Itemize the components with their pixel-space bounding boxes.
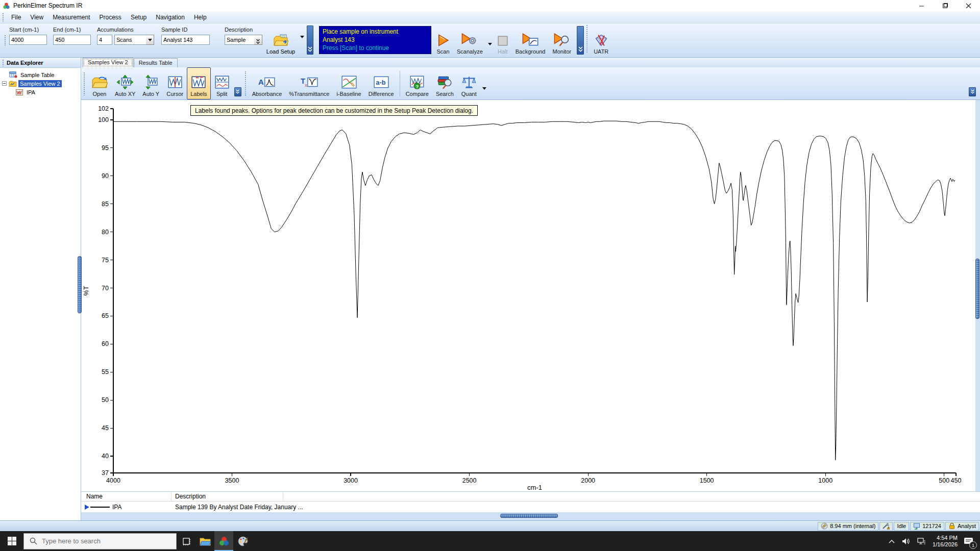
status-user: Analyst (945, 522, 979, 531)
tree-collapse-icon[interactable] (2, 81, 7, 86)
legend-row-ipa[interactable]: IPA Sample 139 By Analyst Date Friday, J… (81, 502, 980, 512)
maximize-button[interactable] (933, 0, 957, 11)
explorer-tree: Sample Table Samples View 2 IPA (0, 68, 81, 96)
end-field: End (cm-1) (53, 27, 91, 45)
tray-expand-button[interactable] (885, 531, 898, 551)
tree-item-samples-view-2[interactable]: Samples View 2 (2, 79, 81, 88)
status-bar: 8.94 mm (internal) Idle 121724 (0, 520, 980, 531)
split-button[interactable]: Split (211, 67, 233, 99)
scan-button[interactable]: Scan (433, 25, 453, 56)
menu-help[interactable]: Help (189, 12, 211, 23)
search-icon (30, 537, 37, 545)
menu-setup[interactable]: Setup (126, 12, 151, 23)
accumulations-field: Accumulations (97, 27, 154, 45)
difference-button[interactable]: a-b Difference (365, 67, 398, 99)
minimize-button[interactable] (910, 0, 933, 11)
scanalyze-dropdown[interactable] (488, 36, 492, 45)
svg-text:%T: %T (82, 286, 90, 296)
spectrum-app-icon (218, 536, 230, 547)
view-toolbar-overflow-chevron[interactable] (969, 87, 976, 96)
accumulations-label: Accumulations (97, 27, 154, 33)
taskbar-clock[interactable]: 4:54 PM 1/16/2026 (929, 535, 961, 548)
toolbar-grip (83, 72, 85, 95)
tree-item-ipa[interactable]: IPA (2, 88, 81, 96)
description-expand-button[interactable] (254, 35, 262, 45)
auto-xy-button[interactable]: Auto XY (111, 67, 139, 99)
toolbar-grip (4, 35, 6, 46)
spectrum-chart-area: 1021009590858075706560555045403740003500… (81, 100, 980, 491)
clock-time: 4:54 PM (933, 535, 958, 541)
tree-item-sample-table[interactable]: Sample Table (2, 70, 81, 79)
paint-app-button[interactable] (233, 531, 252, 551)
auto-xy-icon (116, 75, 134, 89)
legend-table: Name Description IPA Sample 139 By Analy… (81, 491, 980, 512)
cursor-button[interactable]: Cursor (163, 67, 187, 99)
action-center-button[interactable]: 1 (961, 531, 980, 551)
menu-bar: File View Measurement Process Setup Navi… (0, 11, 980, 23)
open-button[interactable]: Open (88, 67, 111, 99)
load-setup-dropdown[interactable] (300, 36, 304, 38)
bottom-splitter-handle[interactable] (500, 514, 558, 518)
menu-navigation[interactable]: Navigation (151, 12, 189, 23)
status-instrument-state: Idle (894, 522, 909, 531)
labels-button[interactable]: Labels (187, 67, 210, 99)
monitor-button[interactable]: Monitor (549, 25, 575, 56)
search-button[interactable]: Search (432, 67, 457, 99)
display-group-overflow-chevron[interactable] (234, 87, 241, 96)
scans-dropdown-button[interactable] (146, 35, 154, 45)
auto-y-button[interactable]: Auto Y (139, 67, 163, 99)
view-tabstrip: Samples View 2 Results Table (81, 58, 980, 67)
start-button[interactable] (0, 531, 23, 551)
notification-badge: 1 (969, 541, 977, 549)
scan-button-group: Scan Scanalyze Halt (433, 25, 612, 56)
ibaseline-icon (341, 75, 357, 89)
menu-process[interactable]: Process (95, 12, 126, 23)
labels-icon (191, 75, 206, 89)
quant-button[interactable]: Quant (457, 67, 481, 99)
file-explorer-button[interactable] (195, 531, 214, 551)
tab-samples-view-2[interactable]: Samples View 2 (83, 58, 133, 67)
left-splitter-handle[interactable] (78, 256, 82, 313)
compare-button[interactable]: ? Compare (402, 67, 432, 99)
accumulations-input[interactable] (97, 35, 112, 45)
svg-text:100: 100 (98, 116, 109, 123)
sample-id-input[interactable] (161, 35, 210, 45)
tab-results-table[interactable]: Results Table (134, 58, 178, 67)
network-button[interactable] (914, 531, 929, 551)
taskbar-search[interactable] (23, 533, 177, 549)
ibaseline-button[interactable]: i-Baseline (333, 67, 364, 99)
message-line-3: Press [Scan] to continue (323, 44, 428, 52)
menu-view[interactable]: View (26, 12, 48, 23)
background-button[interactable]: Background (512, 25, 549, 56)
svg-text:2500: 2500 (462, 477, 477, 484)
active-row-arrow-icon (85, 505, 89, 510)
task-view-button[interactable] (177, 531, 195, 551)
menu-file[interactable]: File (7, 12, 26, 23)
search-input[interactable] (42, 537, 159, 545)
transmittance-button[interactable]: T x %Transmittance (285, 67, 333, 99)
volume-button[interactable] (898, 531, 914, 551)
network-icon (917, 538, 926, 545)
scanalyze-button[interactable]: Scanalyze (453, 25, 486, 56)
spectrum-app-button[interactable] (214, 531, 233, 551)
legend-series-description: Sample 139 By Analyst Date Friday, Janua… (172, 504, 303, 511)
end-input[interactable] (53, 35, 91, 45)
menu-measurement[interactable]: Measurement (48, 12, 94, 23)
windows-taskbar: 4:54 PM 1/16/2026 1 (0, 531, 980, 551)
scan-group-overflow-chevron[interactable] (577, 26, 584, 55)
scans-unit-input[interactable] (114, 35, 146, 45)
uatr-button[interactable]: UATR (590, 25, 612, 56)
absorbance-button[interactable]: A Absorbance (249, 67, 286, 99)
close-button[interactable] (957, 0, 980, 11)
start-input[interactable] (9, 35, 47, 45)
description-input[interactable] (225, 35, 254, 45)
quant-dropdown[interactable] (482, 77, 486, 90)
svg-text:80: 80 (102, 229, 109, 236)
toolbar-overflow-chevron[interactable] (307, 26, 313, 55)
labels-tooltip: Labels found peaks. Options for peak det… (190, 105, 478, 116)
svg-text:45: 45 (102, 424, 109, 432)
message-line-2: Analyst 143 (323, 36, 428, 44)
right-splitter-handle[interactable] (975, 259, 979, 319)
load-setup-button[interactable]: Load Setup (264, 25, 297, 55)
app-logo-icon (3, 2, 10, 10)
